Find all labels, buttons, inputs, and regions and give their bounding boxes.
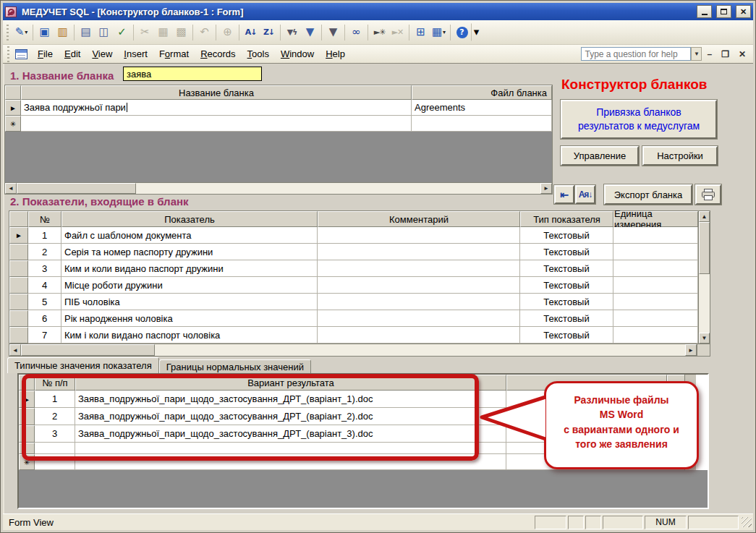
column-header-variant[interactable]: Вариант результата xyxy=(75,375,506,391)
indicator-name-cell[interactable]: Файл с шаблоном документа xyxy=(61,227,318,244)
manage-button[interactable]: Управление xyxy=(561,146,639,166)
scroll-down-icon[interactable]: ▼ xyxy=(699,333,710,344)
new-object-icon[interactable]: ▦▾ xyxy=(430,23,448,41)
indicator-name-cell[interactable]: Ким і коли видано паспорт чоловіка xyxy=(61,327,318,344)
unit-cell[interactable] xyxy=(613,244,698,260)
indicator-row[interactable]: ►1Файл с шаблоном документаТекстовый xyxy=(9,227,698,244)
indicator-row[interactable]: 6Рік народження чоловікаТекстовый xyxy=(9,310,698,327)
print-preview-icon[interactable]: ◫ xyxy=(95,23,113,41)
mdi-minimize-icon[interactable]: – xyxy=(702,49,716,59)
print-blank-button[interactable] xyxy=(695,184,721,205)
record-selector[interactable] xyxy=(19,425,35,443)
variant-file-cell[interactable]: Заява_подружньої_пари_щодо_застосування_… xyxy=(75,391,506,408)
indicator-name-cell[interactable]: Серія та номер паспорту дружини xyxy=(61,244,318,260)
menu-view[interactable]: View xyxy=(86,46,118,61)
delete-record-icon[interactable]: ►✕ xyxy=(388,23,407,41)
menubar-drag-handle[interactable] xyxy=(7,46,9,62)
record-selector[interactable] xyxy=(9,260,28,277)
comment-cell[interactable] xyxy=(318,244,520,260)
column-header-blank-file[interactable]: Файл бланка xyxy=(412,85,552,100)
blank-file-cell[interactable]: Agreements xyxy=(412,100,552,116)
sort-az-icon[interactable]: Ая↓ xyxy=(575,185,595,204)
undo-icon[interactable]: ↶ xyxy=(195,23,213,41)
blank-name-input[interactable] xyxy=(123,67,262,81)
current-record-marker[interactable]: ► xyxy=(5,100,21,116)
menu-file[interactable]: File xyxy=(32,46,59,61)
filter-icon[interactable]: ▼ xyxy=(324,23,342,41)
indicator-row[interactable]: 5ПІБ чоловікаТекстовый xyxy=(9,294,698,310)
bind-blanks-button[interactable]: Привязка бланков результатов к медуслуга… xyxy=(561,100,717,139)
column-header-number[interactable]: № xyxy=(28,211,61,227)
filter-by-selection-icon[interactable]: ▼ϟ xyxy=(283,23,301,41)
record-selector[interactable] xyxy=(9,327,28,344)
help-icon[interactable]: ? xyxy=(453,23,471,41)
indicator-name-cell[interactable]: ПІБ чоловіка xyxy=(61,294,318,310)
type-cell[interactable]: Текстовый xyxy=(520,310,613,327)
column-header-blank-name[interactable]: Название бланка xyxy=(21,85,412,100)
record-selector[interactable] xyxy=(9,244,28,260)
column-header-row-number[interactable]: № п/п xyxy=(35,375,75,391)
comment-cell[interactable] xyxy=(318,277,520,294)
outdent-icon[interactable]: ⇤ xyxy=(554,185,574,204)
new-record-marker[interactable]: ✳ xyxy=(5,116,21,132)
scroll-right-icon[interactable]: ► xyxy=(540,183,552,194)
minimize-icon[interactable] xyxy=(697,5,712,18)
export-blank-button[interactable]: Экспорт бланка xyxy=(604,184,692,205)
indicator-name-cell[interactable]: Ким и коли видано паспорт дружини xyxy=(61,260,318,277)
unit-cell[interactable] xyxy=(613,227,698,244)
indicator-row[interactable]: 2Серія та номер паспорту дружиниТекстовы… xyxy=(9,244,698,260)
scroll-right-icon[interactable]: ► xyxy=(685,344,697,356)
scrollbar-thumb[interactable] xyxy=(21,344,155,356)
variant-file-cell[interactable]: Заява_подружньої_пари_щодо_застосування_… xyxy=(75,408,506,425)
comment-cell[interactable] xyxy=(318,260,520,277)
menu-window[interactable]: Window xyxy=(275,46,320,61)
sort-ascending-icon[interactable]: A↓ xyxy=(242,23,260,41)
column-header-indicator[interactable]: Показатель xyxy=(61,211,318,227)
scroll-left-icon[interactable]: ◄ xyxy=(9,344,21,356)
current-record-marker[interactable]: ► xyxy=(19,391,35,408)
find-icon[interactable]: ∞ xyxy=(347,23,365,41)
resize-grip[interactable] xyxy=(742,517,752,527)
table2-horizontal-scrollbar[interactable]: ◄ ► xyxy=(9,344,697,357)
unit-cell[interactable] xyxy=(613,294,698,310)
help-dropdown-icon[interactable]: ▼ xyxy=(691,47,702,61)
new-record-row[interactable]: ✳ xyxy=(5,116,552,132)
type-cell[interactable]: Текстовый xyxy=(520,244,613,260)
comment-cell[interactable] xyxy=(318,294,520,310)
record-selector[interactable] xyxy=(19,408,35,425)
blank-name-cell[interactable]: Заява подружньої пари xyxy=(21,100,412,116)
file-search-icon[interactable]: ▥ xyxy=(54,23,72,41)
close-icon[interactable]: ✕ xyxy=(736,5,751,18)
cut-icon[interactable]: ✂ xyxy=(136,23,154,41)
indicator-row[interactable]: 7Ким і коли видано паспорт чоловікаТекст… xyxy=(9,327,698,344)
type-cell[interactable]: Текстовый xyxy=(520,327,613,344)
unit-cell[interactable] xyxy=(613,260,698,277)
table1-horizontal-scrollbar[interactable]: ◄ ► xyxy=(5,182,552,194)
database-window-icon[interactable]: ⊞ xyxy=(412,23,430,41)
insert-hyperlink-icon[interactable]: ⊕ xyxy=(218,23,237,41)
column-header-comment[interactable]: Комментарий xyxy=(318,211,520,227)
unit-cell[interactable] xyxy=(613,310,698,327)
indicator-name-cell[interactable]: Місце роботи дружини xyxy=(61,277,318,294)
menu-edit[interactable]: Edit xyxy=(59,46,86,61)
print-icon[interactable]: ▤ xyxy=(77,23,95,41)
toolbar-options-icon[interactable]: ▾ xyxy=(471,23,482,41)
sort-descending-icon[interactable]: Z↓ xyxy=(260,23,278,41)
design-view-icon[interactable]: ✎▾ xyxy=(12,23,30,41)
maximize-icon[interactable] xyxy=(716,5,731,18)
unit-cell[interactable] xyxy=(613,277,698,294)
comment-cell[interactable] xyxy=(318,327,520,344)
scrollbar-thumb[interactable] xyxy=(699,222,710,274)
current-record-marker[interactable]: ► xyxy=(9,227,28,244)
new-record-icon[interactable]: ►✳ xyxy=(370,23,388,41)
help-question-input[interactable] xyxy=(581,47,691,61)
menu-format[interactable]: Format xyxy=(153,46,195,61)
save-icon[interactable]: ▣ xyxy=(35,23,54,41)
toolbar-drag-handle[interactable] xyxy=(7,25,9,40)
menu-insert[interactable]: Insert xyxy=(118,46,153,61)
record-selector[interactable] xyxy=(9,277,28,294)
paste-icon[interactable]: ▩ xyxy=(172,23,190,41)
comment-cell[interactable] xyxy=(318,310,520,327)
form-window-icon[interactable] xyxy=(15,49,27,59)
tab-typical-values[interactable]: Типичные значения показателя xyxy=(7,357,159,373)
